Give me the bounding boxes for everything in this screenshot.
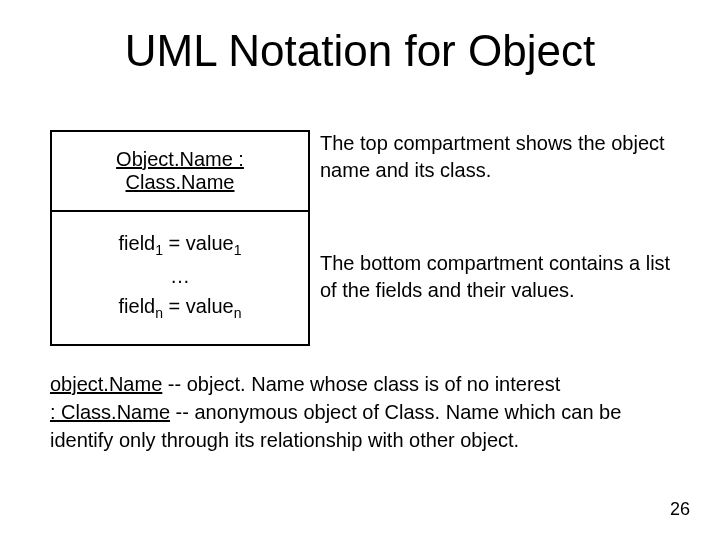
uml-field-row-1: field1 = value1 [62,228,298,261]
fieldn-sub: n [155,305,163,321]
field1-eq: = value [163,232,234,254]
uml-field-row-n: fieldn = valuen [62,291,298,324]
note2-term: : Class.Name [50,401,170,423]
page-number: 26 [670,499,690,520]
note1-rest: -- object. Name whose class is of no int… [162,373,560,395]
valuen-sub: n [234,305,242,321]
uml-ellipsis: … [62,261,298,291]
fieldn-name: field [119,295,156,317]
uml-bottom-compartment: field1 = value1 … fieldn = valuen [52,212,308,344]
value1-sub: 1 [234,242,242,258]
note-classname: : Class.Name -- anonymous object of Clas… [50,398,680,454]
field1-name: field [119,232,156,254]
slide: UML Notation for Object Object.Name : Cl… [0,0,720,540]
uml-top-compartment: Object.Name : Class.Name [52,132,308,212]
note1-term: object.Name [50,373,162,395]
uml-object-box: Object.Name : Class.Name field1 = value1… [50,130,310,346]
top-compartment-description: The top compartment shows the object nam… [320,130,680,184]
slide-title: UML Notation for Object [0,26,720,76]
field1-sub: 1 [155,242,163,258]
note-objectname: object.Name -- object. Name whose class … [50,370,680,398]
fieldn-eq: = value [163,295,234,317]
bottom-compartment-description: The bottom compartment contains a list o… [320,250,690,304]
notes-block: object.Name -- object. Name whose class … [50,370,680,454]
